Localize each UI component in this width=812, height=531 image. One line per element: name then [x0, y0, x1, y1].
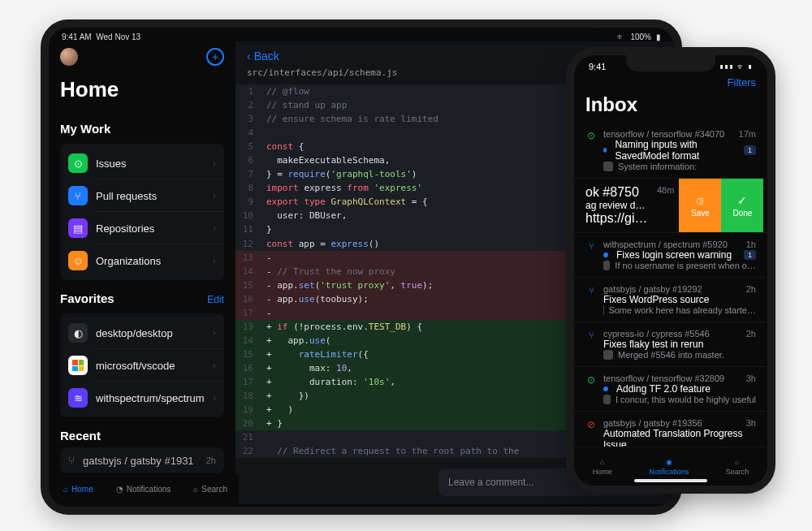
- inbox-title: Inbox: [574, 93, 767, 123]
- battery-icon: ▮: [656, 32, 661, 41]
- inbox-title: ag review decision: [585, 200, 650, 211]
- tab-search[interactable]: ⌕Search: [193, 485, 227, 494]
- inbox-list[interactable]: ⊙tensorflow / tensorflow #34070Naming in…: [574, 123, 767, 468]
- recent-label: gatsbyjs / gatsby #1931: [83, 455, 194, 467]
- inbox-item[interactable]: ⑂withspectrum / spectrum #5920Fixes logi…: [574, 233, 767, 278]
- sidebar: + Home My Work ⊙Issues› ⑂Pull requests› …: [49, 41, 235, 504]
- favorite-item[interactable]: microsoft/vscode›: [60, 349, 224, 382]
- comment-input[interactable]: Leave a comment...: [448, 477, 533, 488]
- swipe-save-button[interactable]: ⟃Save: [679, 179, 721, 232]
- line-number: 9: [235, 195, 261, 209]
- line-number: 2: [235, 98, 261, 112]
- line-number: 6: [235, 153, 261, 167]
- fav-label: microsoft/vscode: [96, 360, 175, 372]
- page-title: Home: [60, 77, 224, 102]
- count-badge: 1: [744, 145, 756, 155]
- chevron-right-icon: ›: [213, 158, 216, 169]
- status-icon: ⑂: [585, 284, 597, 315]
- battery-icon: ▮: [748, 62, 753, 71]
- inbox-item[interactable]: ⊙tensorflow / tensorflow #34070Naming in…: [574, 123, 767, 179]
- inbox-repo: gatsbyjs / gatsby #19356: [603, 418, 756, 428]
- favorite-item[interactable]: ◐desktop/desktop›: [60, 317, 224, 349]
- line-number: 15: [235, 278, 261, 292]
- tab-label: Search: [726, 468, 749, 476]
- actor-avatar-icon: [603, 261, 610, 270]
- line-number: 4: [235, 126, 261, 140]
- pr-merge-icon: ⑂: [68, 454, 75, 467]
- chevron-left-icon: ‹: [247, 50, 251, 63]
- nav-label: Pull requests: [96, 190, 157, 202]
- plus-icon: +: [212, 50, 218, 63]
- search-icon: ⌕: [193, 485, 198, 494]
- chevron-right-icon: ›: [213, 190, 216, 201]
- inbox-item[interactable]: ⑂gatsbyjs / gatsby #19292Fixes WordPress…: [574, 278, 767, 322]
- nav-repositories[interactable]: ▤Repositories›: [60, 212, 224, 244]
- chevron-right-icon: ›: [213, 392, 216, 404]
- line-number: 19: [235, 403, 261, 417]
- recent-item[interactable]: ⑂ gatsbyjs / gatsby #1931 2h: [60, 447, 224, 473]
- line-number: 13: [235, 251, 261, 265]
- user-avatar[interactable]: [60, 48, 78, 66]
- check-icon: ✓: [737, 194, 747, 207]
- inbox-repo: ok #8750: [585, 185, 650, 200]
- bookmark-icon: ⟃: [697, 194, 703, 207]
- home-icon: ⌂: [600, 458, 604, 466]
- nav-issues[interactable]: ⊙Issues›: [60, 147, 224, 179]
- tab-search[interactable]: ⌕Search: [726, 458, 749, 476]
- add-button[interactable]: +: [206, 48, 224, 66]
- ipad-status-bar: 9:41 AM Wed Nov 13 ᯤ 100% ▮: [49, 28, 674, 41]
- tab-notifications[interactable]: ◉Notifications: [649, 458, 689, 476]
- nav-organizations[interactable]: ☺Organizations›: [60, 244, 224, 277]
- ipad-tabbar: ⌂Home ◔Notifications ⌕Search: [52, 474, 239, 503]
- unread-dot-icon: [603, 148, 607, 153]
- pr-icon: ⑂: [68, 186, 88, 205]
- filters-button[interactable]: Filters: [728, 76, 756, 88]
- tab-label: Notifications: [649, 468, 689, 476]
- tab-notifications[interactable]: ◔Notifications: [116, 485, 171, 494]
- tab-label: Home: [593, 468, 612, 476]
- line-number: 16: [235, 292, 261, 306]
- tab-home[interactable]: ⌂Home: [63, 485, 93, 494]
- ipad-time: 9:41 AM: [62, 32, 92, 41]
- inbox-item[interactable]: ⑂cypress-io / cypress #5546Fixes flaky t…: [574, 322, 767, 367]
- chevron-right-icon: ›: [213, 255, 216, 266]
- actor-avatar-icon: [603, 162, 613, 171]
- line-number: 7: [235, 167, 261, 181]
- inbox-repo: withspectrum / spectrum #5920: [603, 240, 756, 249]
- home-indicator[interactable]: [634, 479, 707, 482]
- microsoft-icon: [68, 356, 88, 375]
- status-icon: ⑂: [585, 329, 597, 360]
- line-number: 22: [235, 444, 261, 458]
- inbox-desc: If no username is present when o…: [603, 261, 756, 270]
- bell-icon: ◔: [116, 485, 123, 494]
- inbox-item-swiped[interactable]: ok #8750ag review decisionhttps://github…: [574, 179, 767, 233]
- tab-label: Home: [71, 485, 93, 494]
- inbox-item[interactable]: ⊙tensorflow / tensorflow #32809Adding TF…: [574, 367, 767, 412]
- inbox-title: Fixes flaky test in rerun: [603, 339, 756, 350]
- nav-label: Issues: [96, 158, 127, 170]
- line-number: 11: [235, 222, 261, 236]
- iphone-device: 9:41 ▮▮▮ ᯤ ▮ Filters Inbox ⊙tensorflow /…: [566, 47, 775, 494]
- actor-avatar-icon: [603, 350, 613, 360]
- charge-percent: 100%: [630, 32, 651, 41]
- inbox-desc: Merged #5546 into master.: [603, 350, 756, 360]
- spectrum-icon: ≋: [68, 388, 88, 408]
- my-work-list: ⊙Issues› ⑂Pull requests› ▤Repositories› …: [60, 144, 224, 280]
- inbox-desc: https://github.co…: [585, 211, 650, 226]
- nav-pull-requests[interactable]: ⑂Pull requests›: [60, 179, 224, 212]
- line-number: 14: [235, 265, 261, 278]
- recent-time: 2h: [206, 455, 216, 465]
- tab-home[interactable]: ⌂Home: [593, 458, 612, 476]
- home-icon: ⌂: [63, 485, 68, 494]
- wifi-icon: ᯤ: [617, 32, 625, 41]
- edit-favorites-button[interactable]: Edit: [207, 294, 224, 305]
- favorite-item[interactable]: ≋withspectrum/spectrum›: [60, 382, 224, 414]
- nav-label: Organizations: [96, 255, 161, 267]
- inbox-time: 2h: [746, 329, 756, 339]
- fav-label: withspectrum/spectrum: [96, 392, 205, 404]
- inbox-title: Naming inputs with SavedModel format1: [603, 139, 756, 162]
- ipad-date: Wed Nov 13: [96, 32, 140, 41]
- line-number: 18: [235, 389, 261, 403]
- actor-avatar-icon: [603, 395, 611, 404]
- swipe-done-button[interactable]: ✓Done: [721, 179, 763, 232]
